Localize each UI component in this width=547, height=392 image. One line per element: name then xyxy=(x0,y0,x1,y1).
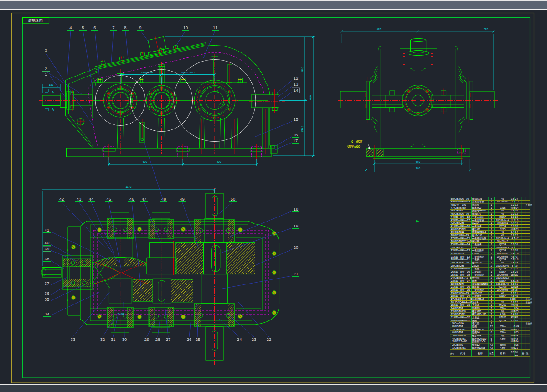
svg-text:A.8级: A.8级 xyxy=(500,337,506,340)
svg-text:45: 45 xyxy=(501,234,504,237)
svg-text:KD—840—06: KD—840—06 xyxy=(454,285,470,288)
svg-text:KD—840—03: KD—840—03 xyxy=(454,304,470,306)
svg-text:20CrMnMoA: 20CrMnMoA xyxy=(496,219,509,222)
svg-text:Q235A: Q235A xyxy=(499,279,506,282)
svg-text:1.1: 1.1 xyxy=(511,292,514,294)
svg-text:4.5: 4.5 xyxy=(511,295,514,297)
svg-text:1172: 1172 xyxy=(126,186,132,188)
svg-text:1: 1 xyxy=(491,273,492,276)
svg-text:28: 28 xyxy=(155,337,160,342)
svg-text:装配体图: 装配体图 xyxy=(28,19,43,23)
svg-text:31: 31 xyxy=(111,337,116,342)
svg-text:2: 2 xyxy=(491,279,492,282)
svg-text:628: 628 xyxy=(377,28,382,31)
svg-text:40: 40 xyxy=(45,240,50,245)
svg-text:14: 14 xyxy=(451,307,454,309)
svg-text:GB/T93: GB/T93 xyxy=(454,331,463,334)
svg-text:45: 45 xyxy=(501,212,504,215)
svg-text:48: 48 xyxy=(451,203,454,206)
svg-text:43: 43 xyxy=(451,219,454,222)
svg-text:40: 40 xyxy=(501,292,504,294)
svg-text:7: 7 xyxy=(112,25,114,30)
svg-text:7: 7 xyxy=(491,313,492,315)
svg-text:43: 43 xyxy=(515,256,518,258)
svg-text:HT200: HT200 xyxy=(499,316,506,319)
svg-text:42: 42 xyxy=(490,343,493,346)
svg-text:15.1: 15.1 xyxy=(511,247,515,249)
svg-text:KD—840—13: KD—840—13 xyxy=(454,249,470,252)
svg-text:KD—840—11: KD—840—11 xyxy=(454,258,470,261)
svg-text:1: 1 xyxy=(491,246,492,249)
svg-text:4.8级: 4.8级 xyxy=(500,346,505,349)
svg-text:0.8: 0.8 xyxy=(511,249,514,252)
svg-text:30: 30 xyxy=(122,337,127,342)
svg-text:Q235A: Q235A xyxy=(499,294,506,297)
svg-text:GB1096—79: GB1096—79 xyxy=(454,234,469,237)
svg-text:KD—840—18: KD—840—18 xyxy=(454,216,470,218)
svg-text:注: 注 xyxy=(526,352,529,355)
svg-text:2.6: 2.6 xyxy=(511,271,514,273)
svg-text:36: 36 xyxy=(45,291,50,296)
svg-text:2: 2 xyxy=(491,258,492,261)
svg-text:1.1: 1.1 xyxy=(515,292,518,294)
svg-text:23: 23 xyxy=(252,337,257,342)
svg-text:6—Ø27: 6—Ø27 xyxy=(351,140,362,143)
svg-text:10: 10 xyxy=(183,25,188,30)
svg-text:1: 1 xyxy=(491,255,492,258)
svg-text:22220: 22220 xyxy=(472,264,479,267)
svg-text:GB/T5781: GB/T5781 xyxy=(454,337,466,340)
svg-text:8: 8 xyxy=(124,25,126,30)
svg-text:30: 30 xyxy=(451,258,454,261)
svg-text:0.8: 0.8 xyxy=(515,249,518,252)
svg-text:5级: 5级 xyxy=(501,310,505,313)
svg-text:50: 50 xyxy=(451,197,454,200)
svg-text:A.8级: A.8级 xyxy=(500,313,506,315)
svg-text:20CrMnMo: 20CrMnMo xyxy=(497,200,508,203)
svg-text:1: 1 xyxy=(491,322,492,325)
svg-text:锪平ø60: 锪平ø60 xyxy=(347,144,360,149)
svg-text:2.8: 2.8 xyxy=(515,216,518,218)
svg-text:47: 47 xyxy=(142,196,147,201)
svg-text:Q235A: Q235A xyxy=(499,267,506,270)
svg-text:37: 37 xyxy=(451,237,454,240)
svg-text:GB/T812: GB/T812 xyxy=(454,209,464,212)
svg-text:29: 29 xyxy=(451,261,454,264)
svg-text:520: 520 xyxy=(484,28,489,31)
svg-text:GB/T288: GB/T288 xyxy=(454,264,464,267)
svg-text:KD—840—15: KD—840—15 xyxy=(454,237,470,240)
svg-text:GB117—86: GB117—86 xyxy=(454,340,467,343)
svg-text:Q235A: Q235A xyxy=(499,249,506,252)
svg-text:23: 23 xyxy=(451,279,454,282)
svg-text:43: 43 xyxy=(77,196,82,201)
svg-text:GB/T5783: GB/T5783 xyxy=(454,228,466,231)
svg-text:3.6: 3.6 xyxy=(515,243,518,246)
svg-text:1: 1 xyxy=(491,289,492,291)
svg-text:0.04: 0.04 xyxy=(514,307,519,309)
svg-text:38: 38 xyxy=(451,234,454,237)
svg-text:JB/ZQ4444—86: JB/ZQ4444—86 xyxy=(454,298,472,300)
svg-text:重量: 重量 xyxy=(514,354,518,356)
svg-text:0.2: 0.2 xyxy=(515,204,518,206)
svg-text:42: 42 xyxy=(451,222,454,224)
svg-text:13.6: 13.6 xyxy=(514,280,519,282)
svg-text:34: 34 xyxy=(45,311,50,316)
svg-text:1: 1 xyxy=(491,285,492,288)
svg-text:GB/T5781: GB/T5781 xyxy=(454,346,466,349)
svg-text:GB1096—79: GB1096—79 xyxy=(454,197,469,200)
svg-text:1: 1 xyxy=(491,228,492,231)
svg-text:0.8: 0.8 xyxy=(511,262,514,264)
svg-text:1: 1 xyxy=(491,200,492,203)
svg-text:1: 1 xyxy=(491,231,492,233)
svg-text:80x100x10: 80x100x10 xyxy=(497,240,508,242)
svg-text:0.4: 0.4 xyxy=(511,313,514,315)
svg-text:GB/T8877.1—8: GB/T8877.1—8 xyxy=(454,240,471,242)
svg-text:Q235A: Q235A xyxy=(499,258,506,261)
svg-text:10: 10 xyxy=(515,265,518,267)
svg-text:4.4: 4.4 xyxy=(511,222,514,224)
svg-text:1: 1 xyxy=(45,72,47,77)
svg-text:16: 16 xyxy=(293,132,298,137)
svg-text:2.6: 2.6 xyxy=(511,320,514,322)
svg-text:3.6: 3.6 xyxy=(511,243,514,246)
svg-text:Q235A: Q235A xyxy=(499,216,506,218)
svg-text:2: 2 xyxy=(491,267,492,270)
